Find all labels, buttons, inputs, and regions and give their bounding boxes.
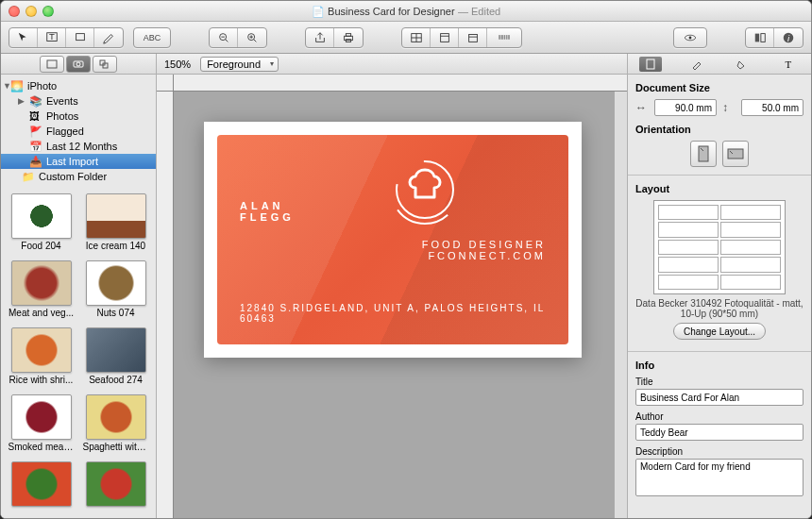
toolbar: T ABC i — [1, 22, 811, 54]
tree-label: Last Import — [46, 156, 98, 167]
thumbnail-image — [11, 260, 72, 306]
tree-label: Last 12 Months — [46, 141, 117, 152]
preview-button[interactable] — [674, 28, 706, 47]
author-field[interactable] — [635, 424, 804, 441]
source-tree: ▼🌅iPhoto ▶📚Events 🖼Photos 🚩Flagged 📅Last… — [1, 75, 156, 188]
document-icon: 📄 — [312, 6, 325, 17]
shape-tool[interactable] — [66, 28, 94, 47]
tool-group-select: T — [8, 27, 124, 48]
close-button[interactable] — [8, 6, 20, 17]
vertical-ruler — [157, 92, 174, 518]
thumbnail-label: Spaghetti with... — [83, 442, 149, 452]
thumbnail-item[interactable]: Ice cream 140 — [81, 193, 150, 257]
layout-section: Layout Data Becker 310492 Fotoqualität -… — [628, 176, 811, 352]
tree-item-photos[interactable]: 🖼Photos — [1, 109, 156, 124]
svg-rect-43 — [728, 149, 743, 159]
thumbnail-item[interactable]: Food 204 — [7, 193, 76, 257]
font-panel-button[interactable]: ABC — [134, 28, 170, 47]
flag-icon: 🚩 — [29, 126, 42, 137]
zoom-button[interactable] — [42, 6, 54, 17]
edited-indicator: — Edited — [458, 6, 500, 17]
tool-group-preview — [673, 27, 707, 48]
info-button[interactable]: i — [774, 28, 803, 47]
thumbnail-item[interactable]: Seafood 274 — [81, 327, 150, 391]
tree-item-last-12-months[interactable]: 📅Last 12 Months — [1, 139, 156, 154]
grid-view-button[interactable] — [402, 28, 431, 47]
tree-item-custom-folder[interactable]: 📁Custom Folder — [1, 169, 156, 184]
thumbnail-item[interactable]: Spaghetti with... — [81, 394, 150, 458]
shapes-tab[interactable] — [93, 56, 117, 73]
section-heading: Layout — [635, 183, 804, 194]
thumbnail-item[interactable]: Nuts 074 — [81, 260, 150, 324]
canvas[interactable]: ALAN FLEGG FOOD DESIGNER FCONNECT.COM 12… — [157, 75, 627, 518]
list-view-button[interactable] — [431, 28, 459, 47]
card-role: FOOD DESIGNER FCONNECT.COM — [422, 239, 546, 261]
tree-item-last-import[interactable]: 📥Last Import — [1, 154, 156, 169]
width-field[interactable]: 90.0 mm — [654, 99, 717, 116]
iphoto-icon: 🌅 — [10, 80, 24, 92]
vertical-scrollbar[interactable] — [614, 92, 627, 518]
zoom-level[interactable]: 150% — [164, 59, 191, 70]
zoom-in-button[interactable] — [238, 28, 266, 47]
field-label: Author — [635, 411, 804, 422]
pencil-tool[interactable] — [94, 28, 123, 47]
business-card[interactable]: ALAN FLEGG FOOD DESIGNER FCONNECT.COM 12… — [217, 135, 568, 344]
zoom-out-button[interactable] — [210, 28, 238, 47]
website-text: FCONNECT.COM — [422, 250, 546, 261]
brush-tab[interactable] — [685, 57, 708, 72]
field-label: Title — [635, 377, 804, 387]
tool-group-zoom — [209, 27, 267, 48]
disclosure-icon[interactable]: ▼ — [3, 81, 11, 91]
calendar-view-button[interactable] — [459, 28, 487, 47]
print-button[interactable] — [334, 28, 363, 47]
thumbnail-item[interactable]: Meat and veg... — [7, 260, 76, 324]
svg-rect-42 — [699, 146, 708, 161]
svg-line-5 — [225, 39, 228, 42]
document-tab[interactable] — [639, 57, 662, 72]
svg-text:T: T — [49, 31, 55, 42]
share-button[interactable] — [306, 28, 334, 47]
minimize-button[interactable] — [25, 6, 37, 17]
thumbnail-item[interactable] — [7, 461, 76, 512]
svg-rect-11 — [346, 33, 350, 36]
photos-tab[interactable] — [66, 56, 91, 73]
portrait-button[interactable] — [690, 141, 717, 167]
arrow-tool[interactable] — [9, 28, 38, 47]
events-icon: 📚 — [29, 95, 42, 107]
svg-rect-31 — [760, 33, 764, 42]
inspector-panel: T Document Size ↔ 90.0 mm ↕ 50.0 mm Orie… — [627, 54, 811, 518]
thumbnail-item[interactable]: Rice with shri... — [7, 327, 76, 391]
info-section: Info Title Author Description — [628, 352, 811, 506]
layer-dropdown[interactable]: Foreground — [200, 57, 279, 72]
text-tool[interactable]: T — [38, 28, 66, 47]
chef-hat-icon — [387, 152, 463, 227]
clipart-tab[interactable] — [40, 56, 64, 73]
thumbnail-image — [11, 394, 72, 440]
inspector-tabs: T — [628, 54, 811, 75]
section-heading: Info — [635, 360, 804, 371]
landscape-button[interactable] — [722, 141, 749, 167]
thumbnail-label: Food 204 — [21, 241, 60, 251]
window-controls — [8, 6, 54, 17]
page: ALAN FLEGG FOOD DESIGNER FCONNECT.COM 12… — [204, 122, 582, 358]
change-layout-button[interactable]: Change Layout... — [673, 323, 766, 340]
svg-point-29 — [689, 36, 692, 39]
tree-item-flagged[interactable]: 🚩Flagged — [1, 124, 156, 139]
window-title: 📄 Business Card for Designer — Edited — [1, 5, 811, 18]
panels-button[interactable] — [746, 28, 774, 47]
barcode-button[interactable] — [487, 28, 521, 47]
tree-label: Custom Folder — [39, 171, 107, 182]
description-field[interactable] — [635, 459, 804, 496]
tree-item-events[interactable]: ▶📚Events — [1, 93, 156, 109]
text-tab[interactable]: T — [777, 57, 800, 72]
horizontal-ruler — [174, 75, 627, 92]
title-field[interactable] — [635, 389, 804, 406]
fill-tab[interactable] — [731, 57, 753, 72]
tree-item-iphoto[interactable]: ▼🌅iPhoto — [1, 78, 156, 93]
height-field[interactable]: 50.0 mm — [741, 99, 804, 116]
thumbnail-item[interactable] — [81, 461, 150, 512]
thumbnail-item[interactable]: Smoked meat 22 — [7, 394, 76, 458]
disclosure-icon[interactable]: ▶ — [18, 96, 25, 106]
layout-description: Data Becker 310492 Fotoqualität - matt, … — [635, 298, 804, 319]
svg-line-9 — [254, 39, 257, 42]
